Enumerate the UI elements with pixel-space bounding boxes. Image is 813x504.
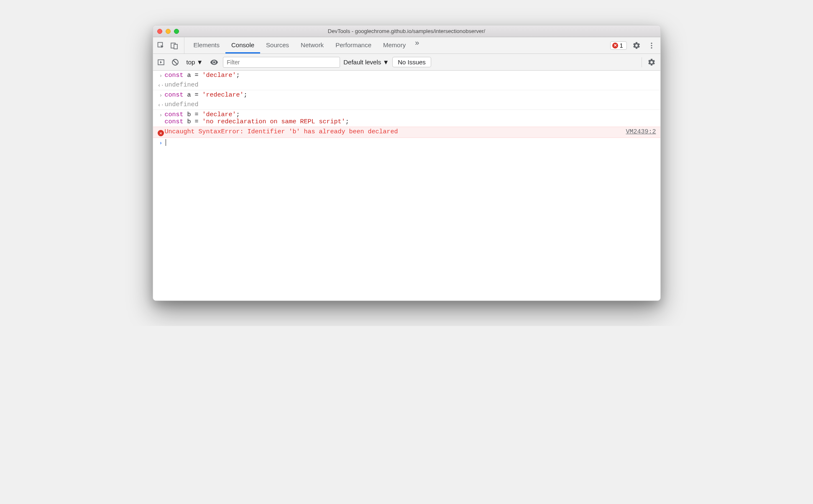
console-prompt[interactable] — [165, 139, 656, 146]
error-source-link[interactable]: VM2439:2 — [617, 128, 656, 135]
window-title: DevTools - googlechrome.github.io/sample… — [153, 28, 660, 34]
clear-console-icon[interactable] — [170, 57, 181, 68]
console-settings-icon[interactable] — [646, 57, 657, 68]
tab-network[interactable]: Network — [295, 37, 330, 53]
toolbar-left — [156, 37, 184, 53]
console-input-line: const a = 'declare'; — [165, 72, 656, 79]
input-gutter-icon: › — [157, 72, 165, 79]
console-toolbar: top ▼ Default levels ▼ No Issues — [153, 54, 660, 71]
prompt-gutter-icon: › — [157, 139, 165, 146]
panel-tabs: ElementsConsoleSourcesNetworkPerformance… — [188, 37, 412, 53]
more-tabs-button[interactable]: » — [412, 37, 422, 48]
issues-button[interactable]: No Issues — [392, 57, 431, 67]
log-level-selector[interactable]: Default levels ▼ — [343, 59, 389, 66]
svg-point-4 — [651, 45, 652, 46]
svg-line-8 — [173, 60, 177, 64]
minimize-window-button[interactable] — [166, 29, 171, 34]
device-toolbar-icon[interactable] — [169, 40, 180, 51]
context-label: top — [187, 59, 195, 66]
inspect-element-icon[interactable] — [156, 40, 166, 51]
input-gutter-icon: › — [157, 111, 165, 118]
settings-icon[interactable] — [631, 40, 642, 51]
error-icon: ✕ — [158, 130, 164, 136]
traffic-lights — [153, 29, 179, 34]
context-selector[interactable]: top ▼ — [184, 59, 206, 66]
console-row[interactable]: ›const a = 'redeclare'; — [153, 90, 660, 100]
devtools-window: DevTools - googlechrome.github.io/sample… — [153, 25, 661, 301]
chevron-down-icon: ▼ — [383, 59, 389, 66]
svg-rect-2 — [174, 44, 177, 49]
close-window-button[interactable] — [157, 29, 162, 34]
tab-console[interactable]: Console — [225, 37, 260, 53]
filter-input[interactable] — [223, 57, 340, 68]
error-count: 1 — [620, 42, 623, 49]
console-input-line: const a = 'redeclare'; — [165, 92, 656, 99]
console-output-line: undefined — [165, 101, 656, 108]
toolbar-right: ✕ 1 — [610, 37, 657, 53]
console-row[interactable]: ✕Uncaught SyntaxError: Identifier 'b' ha… — [153, 127, 660, 138]
console-row[interactable]: ›const b = 'declare'; const b = 'no rede… — [153, 110, 660, 127]
live-expression-icon[interactable] — [209, 57, 220, 68]
main-toolbar: ElementsConsoleSourcesNetworkPerformance… — [153, 37, 660, 54]
console-toolbar-right — [639, 57, 657, 68]
console-error-message: Uncaught SyntaxError: Identifier 'b' has… — [165, 128, 618, 135]
console-row[interactable]: › — [153, 138, 660, 148]
console-row[interactable]: ›const a = 'declare'; — [153, 71, 660, 80]
console-body[interactable]: ›const a = 'declare';‹·undefined›const a… — [153, 71, 660, 300]
output-gutter-icon: ‹· — [157, 101, 165, 108]
titlebar[interactable]: DevTools - googlechrome.github.io/sample… — [153, 25, 660, 37]
error-count-badge[interactable]: ✕ 1 — [610, 41, 627, 50]
tab-performance[interactable]: Performance — [330, 37, 377, 53]
console-row[interactable]: ‹·undefined — [153, 100, 660, 110]
divider — [642, 57, 642, 67]
error-icon: ✕ — [612, 43, 618, 48]
tab-sources[interactable]: Sources — [260, 37, 295, 53]
console-row[interactable]: ‹·undefined — [153, 80, 660, 90]
tab-elements[interactable]: Elements — [188, 37, 226, 53]
tab-memory[interactable]: Memory — [377, 37, 412, 53]
chevron-down-icon: ▼ — [197, 59, 203, 66]
log-level-label: Default levels — [343, 59, 381, 66]
error-gutter: ✕ — [157, 128, 165, 136]
svg-point-5 — [651, 47, 652, 48]
more-options-icon[interactable] — [646, 40, 657, 51]
console-output-line: undefined — [165, 81, 656, 89]
svg-point-3 — [651, 42, 652, 43]
console-input-line: const b = 'declare'; const b = 'no redec… — [165, 111, 656, 125]
toggle-sidebar-icon[interactable] — [156, 57, 166, 68]
input-gutter-icon: › — [157, 92, 165, 99]
output-gutter-icon: ‹· — [157, 81, 165, 89]
zoom-window-button[interactable] — [174, 29, 179, 34]
